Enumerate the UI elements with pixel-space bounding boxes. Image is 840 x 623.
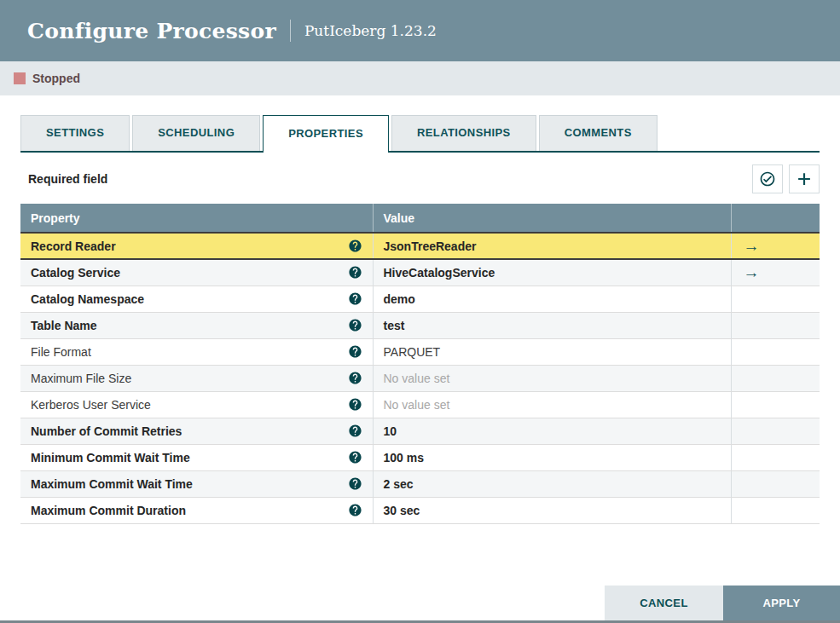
dialog-header: Configure Processor PutIceberg 1.23.2 bbox=[0, 0, 840, 61]
tab-scheduling[interactable]: SCHEDULING bbox=[132, 115, 260, 151]
tab-settings[interactable]: SETTINGS bbox=[20, 115, 130, 151]
property-value-cell[interactable]: No value set bbox=[373, 365, 731, 391]
go-to-service-arrow-icon[interactable]: → bbox=[744, 237, 760, 255]
property-row: File Format PARQUET bbox=[20, 338, 820, 365]
property-name: Minimum Commit Wait Time bbox=[31, 451, 190, 464]
property-name: Kerberos User Service bbox=[31, 398, 151, 412]
cancel-button[interactable]: CANCEL bbox=[605, 586, 723, 620]
property-value-cell[interactable]: 10 bbox=[373, 418, 731, 444]
verify-properties-button[interactable] bbox=[752, 164, 783, 193]
plus-icon bbox=[795, 170, 814, 188]
property-value-cell[interactable]: JsonTreeReader bbox=[373, 233, 731, 259]
help-icon[interactable] bbox=[348, 265, 362, 280]
property-value: 2 sec bbox=[384, 477, 414, 491]
property-value-cell[interactable]: test bbox=[373, 312, 731, 338]
column-header-property: Property bbox=[20, 204, 373, 233]
help-icon[interactable] bbox=[348, 450, 362, 464]
configure-processor-dialog: Configure Processor PutIceberg 1.23.2 St… bbox=[0, 0, 840, 623]
dialog-content: SETTINGSSCHEDULINGPROPERTIESRELATIONSHIP… bbox=[0, 115, 840, 524]
property-value-cell[interactable]: 100 ms bbox=[373, 444, 731, 470]
stopped-status-icon bbox=[14, 72, 26, 84]
help-icon[interactable] bbox=[348, 397, 362, 412]
property-row: Minimum Commit Wait Time 100 ms bbox=[20, 444, 820, 470]
apply-button[interactable]: APPLY bbox=[723, 586, 840, 620]
property-name: File Format bbox=[31, 345, 91, 359]
property-value-cell[interactable]: No value set bbox=[373, 391, 731, 418]
help-icon[interactable] bbox=[348, 291, 362, 306]
tab-properties[interactable]: PROPERTIES bbox=[263, 115, 389, 153]
property-name: Catalog Namespace bbox=[31, 292, 144, 306]
property-value: 10 bbox=[384, 424, 397, 438]
property-value-cell[interactable]: demo bbox=[373, 286, 731, 312]
processor-type-version: PutIceberg 1.23.2 bbox=[304, 22, 437, 39]
property-row: Number of Commit Retries 10 bbox=[20, 418, 820, 444]
help-icon[interactable] bbox=[348, 424, 362, 438]
help-icon[interactable] bbox=[348, 476, 362, 491]
property-value: No value set bbox=[384, 372, 450, 385]
status-label: Stopped bbox=[32, 72, 80, 85]
tab-bar: SETTINGSSCHEDULINGPROPERTIESRELATIONSHIP… bbox=[20, 115, 820, 153]
go-to-service-arrow-icon[interactable]: → bbox=[744, 263, 760, 281]
property-name: Maximum Commit Duration bbox=[31, 504, 186, 517]
property-row: Maximum Commit Wait Time 2 sec bbox=[20, 470, 820, 497]
column-header-goto bbox=[731, 204, 820, 233]
footer-buttons: CANCEL APPLY bbox=[605, 586, 840, 620]
help-icon[interactable] bbox=[348, 371, 362, 385]
help-icon[interactable] bbox=[348, 318, 362, 332]
property-row: Catalog Namespace demo bbox=[20, 286, 820, 312]
tab-comments[interactable]: COMMENTS bbox=[539, 115, 658, 151]
check-circle-icon bbox=[759, 170, 776, 187]
status-bar: Stopped bbox=[0, 61, 840, 95]
required-field-label: Required field bbox=[20, 172, 107, 186]
property-value: JsonTreeReader bbox=[384, 239, 477, 253]
help-icon[interactable] bbox=[348, 503, 362, 517]
property-value: No value set bbox=[384, 398, 450, 412]
property-value: HiveCatalogService bbox=[384, 266, 495, 280]
property-name: Catalog Service bbox=[31, 266, 120, 280]
table-header-row: Property Value bbox=[20, 204, 820, 233]
properties-table: Property Value Record Reader JsonTreeRea… bbox=[20, 204, 820, 524]
property-row: Catalog Service HiveCatalogService → bbox=[20, 259, 820, 286]
tab-relationships[interactable]: RELATIONSHIPS bbox=[391, 115, 536, 151]
property-row: Maximum Commit Duration 30 sec bbox=[20, 497, 820, 523]
property-row: Table Name test bbox=[20, 312, 820, 338]
property-row: Maximum File Size No value set bbox=[20, 365, 820, 391]
property-name: Table Name bbox=[31, 319, 97, 332]
property-value: 30 sec bbox=[384, 504, 420, 517]
properties-table-body: Record Reader JsonTreeReader → Catalog S… bbox=[20, 233, 820, 523]
toolbar-icon-buttons bbox=[752, 164, 820, 193]
property-name: Record Reader bbox=[31, 239, 116, 253]
property-name: Maximum File Size bbox=[31, 372, 131, 385]
property-name: Maximum Commit Wait Time bbox=[31, 477, 193, 491]
help-icon[interactable] bbox=[348, 344, 362, 359]
property-value-cell[interactable]: HiveCatalogService bbox=[373, 259, 731, 286]
property-value-cell[interactable]: PARQUET bbox=[373, 338, 731, 365]
help-icon[interactable] bbox=[348, 239, 362, 253]
property-value: 100 ms bbox=[384, 451, 424, 464]
property-value: test bbox=[384, 319, 405, 332]
property-row: Kerberos User Service No value set bbox=[20, 391, 820, 418]
column-header-value: Value bbox=[373, 204, 731, 233]
property-value: demo bbox=[384, 292, 415, 306]
title-separator bbox=[290, 20, 291, 42]
properties-toolbar: Required field bbox=[20, 164, 820, 193]
dialog-title: Configure Processor bbox=[27, 19, 276, 43]
property-value-cell[interactable]: 2 sec bbox=[373, 470, 731, 497]
property-row: Record Reader JsonTreeReader → bbox=[20, 233, 820, 259]
property-value-cell[interactable]: 30 sec bbox=[373, 497, 731, 523]
add-property-button[interactable] bbox=[789, 164, 820, 193]
property-name: Number of Commit Retries bbox=[31, 424, 182, 438]
property-value: PARQUET bbox=[384, 345, 441, 359]
